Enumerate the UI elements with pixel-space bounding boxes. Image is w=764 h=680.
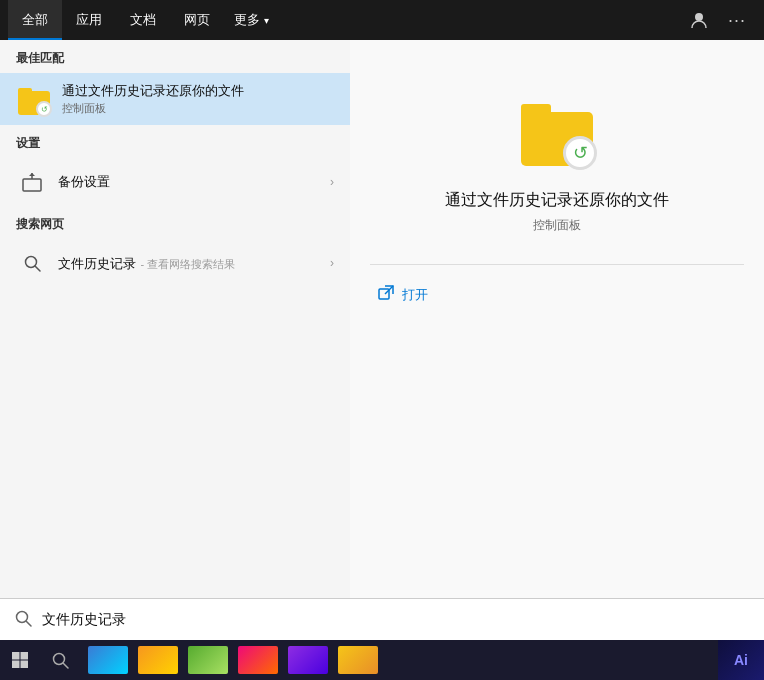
ai-label: Ai	[734, 652, 748, 668]
windows-icon	[11, 651, 29, 669]
web-search-item[interactable]: 文件历史记录 - 查看网络搜索结果 ›	[0, 239, 350, 287]
settings-item-title: 备份设置	[58, 173, 330, 191]
svg-line-13	[64, 664, 69, 669]
left-panel: 最佳匹配 ↺ 通过文件历史记录还原你的文件 控制面板 设置	[0, 40, 350, 618]
tab-all[interactable]: 全部	[8, 0, 62, 40]
detail-title: 通过文件历史记录还原你的文件	[445, 190, 669, 211]
tab-docs[interactable]: 文档	[116, 0, 170, 40]
tab-apps[interactable]: 应用	[62, 0, 116, 40]
folder-clock-icon: ↺	[16, 81, 52, 117]
taskbar-search-icon	[51, 651, 69, 669]
settings-arrow-icon: ›	[330, 175, 334, 189]
search-input[interactable]	[42, 612, 750, 628]
svg-point-6	[17, 611, 28, 622]
settings-item-text: 备份设置	[58, 173, 330, 191]
chevron-down-icon: ▾	[264, 15, 269, 26]
settings-item[interactable]: 备份设置 ›	[0, 158, 350, 206]
web-item-subtitle: - 查看网络搜索结果	[140, 258, 235, 270]
best-match-item[interactable]: ↺ 通过文件历史记录还原你的文件 控制面板	[0, 73, 350, 125]
taskbar-app-4[interactable]	[234, 642, 282, 678]
search-bar	[0, 598, 764, 640]
svg-line-3	[35, 266, 40, 271]
best-match-title: 通过文件历史记录还原你的文件	[62, 82, 334, 100]
clock-arrow-icon: ↺	[41, 105, 48, 114]
detail-clock-arrow-icon: ↺	[573, 142, 588, 164]
taskbar-app-2[interactable]	[134, 642, 182, 678]
svg-rect-11	[21, 661, 29, 669]
settings-header: 设置	[0, 125, 350, 158]
svg-line-7	[27, 621, 32, 626]
svg-point-0	[695, 13, 703, 21]
web-search-icon	[16, 247, 48, 279]
svg-rect-9	[21, 652, 29, 660]
web-item-title: 文件历史记录	[58, 256, 136, 271]
search-bar-icon	[14, 609, 32, 631]
svg-point-12	[54, 654, 65, 665]
person-icon	[690, 11, 708, 29]
tab-more[interactable]: 更多 ▾	[224, 0, 279, 40]
svg-rect-8	[12, 652, 20, 660]
open-button-label: 打开	[402, 286, 428, 304]
taskbar-apps	[80, 642, 718, 678]
taskbar: Ai	[0, 640, 764, 680]
open-button[interactable]: 打开	[370, 281, 744, 308]
ai-button[interactable]: Ai	[718, 640, 764, 680]
profile-icon-btn[interactable]	[680, 0, 718, 40]
taskbar-search-btn[interactable]	[40, 640, 80, 680]
main-content: 最佳匹配 ↺ 通过文件历史记录还原你的文件 控制面板 设置	[0, 40, 764, 618]
web-arrow-icon: ›	[330, 256, 334, 270]
taskbar-app-3[interactable]	[184, 642, 232, 678]
right-panel: ↺ 通过文件历史记录还原你的文件 控制面板 打开	[350, 40, 764, 618]
web-search-text: 文件历史记录 - 查看网络搜索结果	[58, 254, 330, 273]
best-match-header: 最佳匹配	[0, 40, 350, 73]
top-nav: 全部 应用 文档 网页 更多 ▾ ···	[0, 0, 764, 40]
taskbar-app-1[interactable]	[84, 642, 132, 678]
best-match-subtitle: 控制面板	[62, 101, 334, 116]
detail-subtitle: 控制面板	[533, 217, 581, 234]
tab-web[interactable]: 网页	[170, 0, 224, 40]
more-options-btn[interactable]: ···	[718, 0, 756, 40]
ellipsis-icon: ···	[728, 10, 746, 31]
taskbar-app-6[interactable]	[334, 642, 382, 678]
start-button[interactable]	[0, 640, 40, 680]
taskbar-app-5[interactable]	[284, 642, 332, 678]
detail-divider	[370, 264, 744, 265]
open-link-icon	[378, 285, 394, 304]
backup-icon	[16, 166, 48, 198]
best-match-text: 通过文件历史记录还原你的文件 控制面板	[62, 82, 334, 116]
svg-rect-10	[12, 661, 20, 669]
svg-rect-1	[23, 179, 41, 191]
detail-folder-clock-icon: ↺	[517, 90, 597, 170]
web-search-header: 搜索网页	[0, 206, 350, 239]
